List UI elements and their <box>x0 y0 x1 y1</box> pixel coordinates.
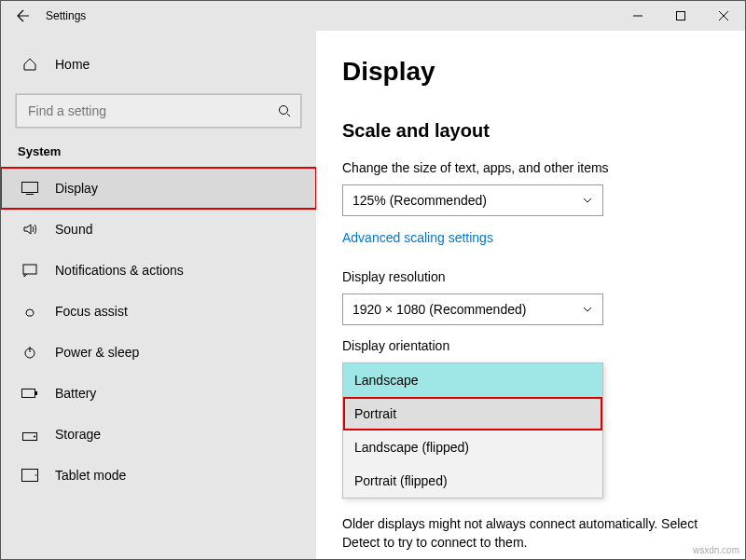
watermark: wsxdn.com <box>693 545 739 555</box>
svg-rect-3 <box>23 265 36 274</box>
svg-rect-2 <box>22 183 38 193</box>
option-label: Landscape <box>354 373 419 388</box>
scale-dropdown[interactable]: 125% (Recommended) <box>342 184 603 216</box>
option-label: Landscape (flipped) <box>354 440 469 455</box>
nav-label: Display <box>55 181 98 196</box>
svg-rect-0 <box>677 12 685 20</box>
orientation-option-landscape-flipped[interactable]: Landscape (flipped) <box>343 430 602 464</box>
group-heading: System <box>1 144 316 168</box>
nav-label: Tablet mode <box>55 468 126 483</box>
option-label: Portrait <box>354 406 396 421</box>
main-content: Display Scale and layout Change the size… <box>316 31 745 559</box>
svg-point-8 <box>34 436 35 438</box>
svg-rect-6 <box>35 391 37 395</box>
nav-label: Power & sleep <box>55 345 139 360</box>
close-button[interactable] <box>702 1 745 31</box>
resolution-value: 1920 × 1080 (Recommended) <box>352 302 526 317</box>
focus-assist-icon <box>21 303 38 320</box>
nav-item-power-sleep[interactable]: Power & sleep <box>1 332 316 373</box>
section-heading: Scale and layout <box>342 120 745 142</box>
minimize-button[interactable] <box>616 1 659 31</box>
svg-point-1 <box>280 106 288 115</box>
maximize-button[interactable] <box>659 1 702 31</box>
power-icon <box>21 344 38 361</box>
display-icon <box>21 180 38 197</box>
option-label: Portrait (flipped) <box>354 473 448 488</box>
orientation-label: Display orientation <box>342 338 745 353</box>
nav-list: Display Sound Notifications & actions <box>1 168 316 496</box>
titlebar: Settings <box>1 1 745 31</box>
notifications-icon <box>21 262 38 279</box>
nav-label: Sound <box>55 222 92 237</box>
scale-value: 125% (Recommended) <box>352 193 487 208</box>
scale-label: Change the size of text, apps, and other… <box>342 160 745 175</box>
settings-window: Settings Home <box>0 0 746 560</box>
chevron-down-icon <box>582 195 593 206</box>
battery-icon <box>21 385 38 402</box>
nav-item-sound[interactable]: Sound <box>1 209 316 250</box>
page-title: Display <box>342 57 745 87</box>
window-controls <box>616 1 745 31</box>
resolution-label: Display resolution <box>342 269 745 284</box>
maximize-icon <box>676 11 685 20</box>
home-label: Home <box>55 57 90 72</box>
back-button[interactable] <box>1 1 46 31</box>
arrow-left-icon <box>16 8 31 23</box>
tablet-icon <box>21 467 38 484</box>
orientation-option-portrait-flipped[interactable]: Portrait (flipped) <box>343 464 602 498</box>
minimize-icon <box>633 11 642 20</box>
chevron-down-icon <box>582 304 593 315</box>
advanced-scaling-link[interactable]: Advanced scaling settings <box>342 230 493 245</box>
storage-icon <box>21 426 38 443</box>
orientation-option-portrait[interactable]: Portrait <box>343 397 602 430</box>
nav-item-tablet-mode[interactable]: Tablet mode <box>1 455 316 496</box>
nav-label: Notifications & actions <box>55 263 184 278</box>
orientation-option-landscape[interactable]: Landscape <box>343 363 602 397</box>
svg-point-10 <box>35 474 37 476</box>
nav-label: Battery <box>55 386 96 401</box>
home-nav[interactable]: Home <box>1 48 316 81</box>
nav-item-storage[interactable]: Storage <box>1 414 316 455</box>
home-icon <box>21 57 38 72</box>
svg-rect-5 <box>22 389 35 398</box>
nav-item-display[interactable]: Display <box>1 168 316 209</box>
resolution-dropdown[interactable]: 1920 × 1080 (Recommended) <box>342 294 603 325</box>
nav-label: Storage <box>55 427 101 442</box>
sidebar: Home System Display <box>1 31 316 559</box>
search-box[interactable] <box>16 94 301 128</box>
nav-item-battery[interactable]: Battery <box>1 373 316 414</box>
nav-item-notifications[interactable]: Notifications & actions <box>1 250 316 291</box>
detect-note: Older displays might not always connect … <box>342 515 715 552</box>
orientation-dropdown-open: Landscape Portrait Landscape (flipped) P… <box>342 362 603 499</box>
body: Home System Display <box>1 31 745 559</box>
window-title: Settings <box>46 9 86 22</box>
close-icon <box>719 11 728 20</box>
sound-icon <box>21 221 38 238</box>
nav-label: Focus assist <box>55 304 128 319</box>
nav-item-focus-assist[interactable]: Focus assist <box>1 291 316 332</box>
search-input[interactable] <box>26 102 278 119</box>
search-icon <box>278 104 291 117</box>
